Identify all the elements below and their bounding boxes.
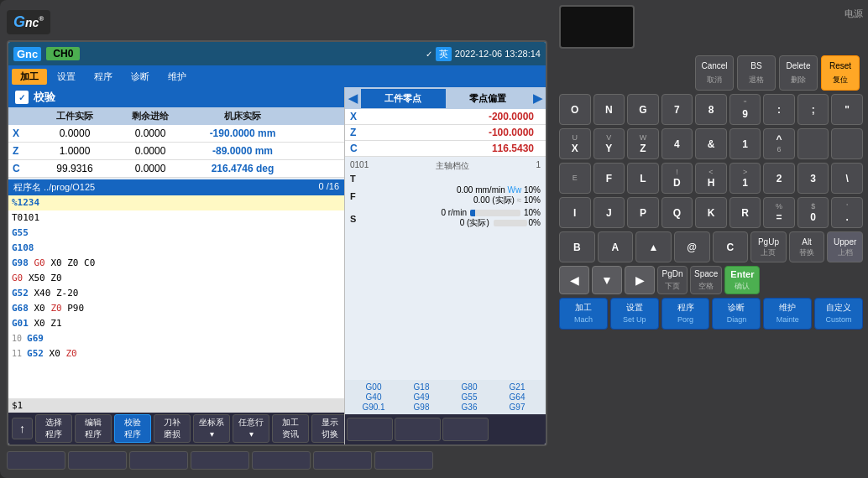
key-7[interactable]: 7 xyxy=(661,94,693,125)
display-switch-button[interactable]: 显示切换 xyxy=(311,414,348,443)
tab-program[interactable]: 程序 xyxy=(86,69,121,85)
key-n[interactable]: N xyxy=(593,94,625,125)
key-semicolon[interactable]: ; xyxy=(797,94,829,125)
scroll-up-button[interactable]: ↑ xyxy=(12,418,33,439)
screen-bottom-tab[interactable] xyxy=(347,418,393,441)
key-d[interactable]: !D xyxy=(661,163,693,194)
key-backslash[interactable]: \ xyxy=(831,163,863,194)
tab-machining[interactable]: 加工 xyxy=(12,69,47,85)
key-2[interactable]: 2 xyxy=(763,163,795,194)
key-j[interactable]: J xyxy=(593,197,625,228)
panel-bottom-tab[interactable] xyxy=(313,451,372,470)
key-amp[interactable]: & xyxy=(695,128,727,159)
panel-bottom-tab[interactable] xyxy=(191,451,249,470)
col-workpiece: 工件实际 xyxy=(37,109,112,123)
zero-tabs: ◀ 工件零点 零点偏置 ▶ xyxy=(345,87,546,109)
list-item: %1234 xyxy=(8,195,344,210)
key-dollar[interactable]: $0 xyxy=(797,197,829,228)
key-c[interactable]: C xyxy=(713,231,749,262)
key-extra1[interactable] xyxy=(797,128,829,159)
key-caret[interactable]: ^6 xyxy=(763,128,795,159)
down-arrow-button[interactable]: ▼ xyxy=(592,266,622,294)
key-1b[interactable]: >1 xyxy=(729,163,761,194)
mini-screen xyxy=(559,5,635,49)
tab-zero-offset[interactable]: 零点偏置 xyxy=(446,89,531,108)
zero-nav-left[interactable]: ◀ xyxy=(345,91,361,105)
pgdn-button[interactable]: PgDn下页 xyxy=(657,266,688,294)
prog-count: 0 /16 xyxy=(319,181,339,194)
tab-workpiece-zero[interactable]: 工件零点 xyxy=(361,89,446,108)
key-3[interactable]: 3 xyxy=(797,163,829,194)
left-arrow-button[interactable]: ◀ xyxy=(559,266,589,294)
key-h[interactable]: <H xyxy=(695,163,727,194)
tab-settings[interactable]: 设置 xyxy=(49,69,84,85)
key-up-arrow[interactable]: ▲ xyxy=(635,231,672,262)
key-q[interactable]: Q xyxy=(661,197,693,228)
key-colon[interactable]: : xyxy=(763,94,795,125)
key-i[interactable]: I xyxy=(559,197,591,228)
prog-header: 程序名 ../prog/O125 0 /16 xyxy=(8,179,344,195)
spindle-progress-bar xyxy=(470,210,520,216)
reset-button[interactable]: Reset复位 xyxy=(821,55,860,91)
key-equals[interactable]: %= xyxy=(763,197,795,228)
panel-bottom-tab[interactable] xyxy=(374,451,433,470)
panel-bottom-tab[interactable] xyxy=(129,451,188,470)
any-line-button[interactable]: 任意行 ▾ xyxy=(233,414,269,443)
key-r[interactable]: R xyxy=(729,197,761,228)
key-v[interactable]: VY xyxy=(593,128,625,159)
setup-button[interactable]: 设置Set Up xyxy=(610,298,659,330)
key-f[interactable]: F xyxy=(593,163,625,194)
verify-program-button[interactable]: 校验程序 xyxy=(114,414,151,443)
alt-button[interactable]: Alt替换 xyxy=(789,231,825,262)
tab-maintenance[interactable]: 维护 xyxy=(159,69,195,85)
delete-button[interactable]: Delete删除 xyxy=(779,55,818,91)
diagn-button[interactable]: 诊断Diagn xyxy=(712,298,761,330)
key-u[interactable]: UX xyxy=(559,128,591,159)
key-g[interactable]: G xyxy=(627,94,659,125)
key-k[interactable]: K xyxy=(695,197,727,228)
zero-data: X -200.0000 Z -100.0000 C 116.5430 xyxy=(345,109,546,157)
tool-comp-button[interactable]: 刀补磨损 xyxy=(154,414,191,443)
top-bar: Gnc® xyxy=(7,7,547,37)
space-button[interactable]: Space空格 xyxy=(690,266,722,294)
key-e[interactable]: E xyxy=(559,163,591,194)
panel-bottom-tab[interactable] xyxy=(7,451,65,470)
coord-system-button[interactable]: 坐标系 ▾ xyxy=(193,414,230,443)
verification-label: 校验 xyxy=(34,90,55,105)
key-l[interactable]: L xyxy=(627,163,659,194)
screen-bottom-tab[interactable] xyxy=(395,418,441,441)
program-button[interactable]: 程序Porg xyxy=(661,298,710,330)
mach-button[interactable]: 加工Mach xyxy=(559,298,608,330)
panel-bottom-tab[interactable] xyxy=(68,451,127,470)
tab-diagnostics[interactable]: 诊断 xyxy=(123,69,158,85)
key-quote[interactable]: " xyxy=(831,94,863,125)
machining-info-button[interactable]: 加工资讯 xyxy=(272,414,309,443)
key-9[interactable]: "9 xyxy=(729,94,761,125)
key-p[interactable]: P xyxy=(627,197,659,228)
key-extra2[interactable] xyxy=(831,128,863,159)
key-4[interactable]: 4 xyxy=(661,128,693,159)
key-b[interactable]: B xyxy=(559,231,595,262)
bs-button[interactable]: BS退格 xyxy=(737,55,776,91)
key-o[interactable]: O xyxy=(559,94,591,125)
select-program-button[interactable]: 选择程序 xyxy=(35,414,72,443)
panel-bottom-tab[interactable] xyxy=(252,451,311,470)
upper-button[interactable]: Upper上档 xyxy=(827,231,863,262)
right-arrow-button[interactable]: ▶ xyxy=(625,266,655,294)
pgup-button[interactable]: PgUp上页 xyxy=(750,231,787,262)
enter-button[interactable]: Enter确认 xyxy=(724,266,760,294)
key-a[interactable]: A xyxy=(598,231,634,262)
cancel-button[interactable]: Cancel取消 xyxy=(695,55,734,91)
spindle-rpm: 0 r/min xyxy=(441,208,467,217)
zero-nav-right[interactable]: ▶ xyxy=(530,91,546,105)
mainte-button[interactable]: 维护Mainte xyxy=(763,298,812,330)
key-dot[interactable]: '. xyxy=(831,197,863,228)
key-8[interactable]: 8 xyxy=(695,94,727,125)
custom-button[interactable]: 自定义Custom xyxy=(814,298,863,330)
key-w[interactable]: WZ xyxy=(627,128,659,159)
screen-bottom-tab[interactable] xyxy=(442,418,489,441)
tfs-row-s: S 0 r/min 10% 0 (实际) 0 xyxy=(350,208,541,229)
key-1[interactable]: 1 xyxy=(729,128,761,159)
key-at[interactable]: @ xyxy=(674,231,710,262)
edit-program-button[interactable]: 编辑程序 xyxy=(75,414,112,443)
